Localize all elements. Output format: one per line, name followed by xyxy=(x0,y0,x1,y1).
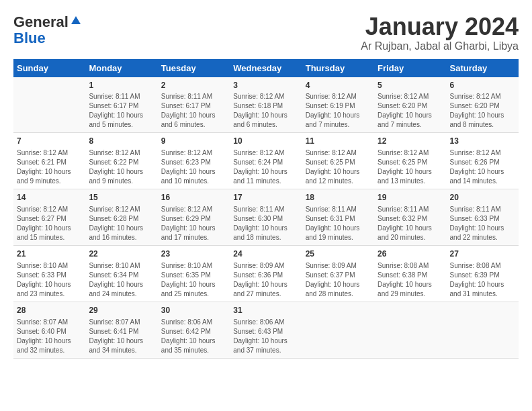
calendar-cell: 31Sunrise: 8:06 AMSunset: 6:43 PMDayligh… xyxy=(230,302,302,358)
column-header-thursday: Thursday xyxy=(302,59,374,77)
calendar-cell: 22Sunrise: 8:10 AMSunset: 6:34 PMDayligh… xyxy=(85,245,157,302)
cell-info-line: Sunset: 6:42 PM xyxy=(161,327,226,336)
calendar-cell: 18Sunrise: 8:11 AMSunset: 6:31 PMDayligh… xyxy=(302,189,374,246)
cell-info-line: Sunset: 6:33 PM xyxy=(450,214,515,224)
cell-info-line: Sunrise: 8:12 AM xyxy=(161,148,226,158)
column-header-tuesday: Tuesday xyxy=(158,59,230,77)
cell-info-line: and 9 minutes. xyxy=(89,177,154,186)
day-number: 28 xyxy=(17,305,82,316)
calendar-cell: 5Sunrise: 8:12 AMSunset: 6:20 PMDaylight… xyxy=(374,77,446,133)
cell-info-line: Daylight: 10 hours xyxy=(306,167,371,177)
cell-info-line: Daylight: 10 hours xyxy=(233,167,298,177)
cell-info-line: and 31 minutes. xyxy=(450,289,515,299)
cell-info-line: and 29 minutes. xyxy=(378,289,443,299)
cell-info-line: Sunrise: 8:07 AM xyxy=(17,318,82,327)
cell-info-line: Sunrise: 8:07 AM xyxy=(89,318,154,327)
cell-info-line: Sunset: 6:30 PM xyxy=(233,214,298,224)
calendar-cell: 7Sunrise: 8:12 AMSunset: 6:21 PMDaylight… xyxy=(13,133,85,189)
cell-info-line: and 13 minutes. xyxy=(378,177,443,186)
cell-info-line: and 24 minutes. xyxy=(89,289,154,299)
cell-info-line: Sunrise: 8:11 AM xyxy=(89,92,154,101)
day-number: 12 xyxy=(378,136,443,147)
cell-info-line: and 17 minutes. xyxy=(161,233,226,242)
calendar-cell xyxy=(447,302,519,358)
cell-info-line: Sunset: 6:29 PM xyxy=(161,214,226,224)
day-number: 9 xyxy=(161,136,226,147)
day-number: 5 xyxy=(378,80,443,91)
title-block: January 2024 Ar Rujban, Jabal al Gharbi,… xyxy=(361,13,519,52)
cell-info-line: Sunrise: 8:12 AM xyxy=(233,148,298,158)
cell-info-line: Sunrise: 8:11 AM xyxy=(450,205,515,214)
cell-info-line: Sunrise: 8:12 AM xyxy=(450,148,515,158)
cell-info-line: Daylight: 10 hours xyxy=(161,280,226,289)
cell-info-line: Sunset: 6:22 PM xyxy=(89,158,154,167)
calendar-cell: 23Sunrise: 8:10 AMSunset: 6:35 PMDayligh… xyxy=(158,245,230,302)
cell-info-line: Sunset: 6:25 PM xyxy=(306,158,371,167)
cell-info-line: Sunset: 6:36 PM xyxy=(233,271,298,280)
cell-info-line: Sunrise: 8:12 AM xyxy=(89,148,154,158)
cell-info-line: Daylight: 10 hours xyxy=(17,336,82,346)
cell-info-line: Daylight: 10 hours xyxy=(89,167,154,177)
cell-info-line: Daylight: 10 hours xyxy=(89,336,154,346)
calendar-cell: 11Sunrise: 8:12 AMSunset: 6:25 PMDayligh… xyxy=(302,133,374,189)
cell-info-line: Sunset: 6:25 PM xyxy=(378,158,443,167)
cell-info-line: Sunrise: 8:12 AM xyxy=(450,92,515,101)
cell-info-line: Sunset: 6:43 PM xyxy=(233,327,298,336)
cell-info-line: Sunset: 6:28 PM xyxy=(89,214,154,224)
cell-info-line: Sunrise: 8:12 AM xyxy=(161,205,226,214)
day-number: 25 xyxy=(306,248,371,260)
day-number: 8 xyxy=(89,136,154,147)
cell-info-line: and 10 minutes. xyxy=(161,177,226,186)
cell-info-line: Daylight: 10 hours xyxy=(306,224,371,233)
calendar-week-row: 7Sunrise: 8:12 AMSunset: 6:21 PMDaylight… xyxy=(13,133,519,189)
calendar-cell: 28Sunrise: 8:07 AMSunset: 6:40 PMDayligh… xyxy=(13,302,85,358)
cell-info-line: Sunset: 6:23 PM xyxy=(161,158,226,167)
calendar-cell xyxy=(302,302,374,358)
cell-info-line: Sunset: 6:40 PM xyxy=(17,327,82,336)
cell-info-line: Daylight: 10 hours xyxy=(233,280,298,289)
cell-info-line: and 28 minutes. xyxy=(306,289,371,299)
column-header-monday: Monday xyxy=(85,59,157,77)
cell-info-line: Daylight: 10 hours xyxy=(89,224,154,233)
calendar-cell: 1Sunrise: 8:11 AMSunset: 6:17 PMDaylight… xyxy=(85,77,157,133)
day-number: 24 xyxy=(233,248,298,260)
cell-info-line: Sunrise: 8:11 AM xyxy=(378,205,443,214)
cell-info-line: Sunrise: 8:10 AM xyxy=(161,261,226,271)
cell-info-line: Daylight: 10 hours xyxy=(161,111,226,120)
day-number: 19 xyxy=(378,192,443,203)
svg-marker-0 xyxy=(71,16,81,24)
cell-info-line: Sunset: 6:21 PM xyxy=(17,158,82,167)
cell-info-line: Sunrise: 8:12 AM xyxy=(378,148,443,158)
day-number: 30 xyxy=(161,305,226,316)
calendar-week-row: 1Sunrise: 8:11 AMSunset: 6:17 PMDaylight… xyxy=(13,77,519,133)
cell-info-line: and 35 minutes. xyxy=(161,346,226,355)
calendar-cell: 3Sunrise: 8:12 AMSunset: 6:18 PMDaylight… xyxy=(230,77,302,133)
cell-info-line: and 7 minutes. xyxy=(306,120,371,130)
calendar-cell: 17Sunrise: 8:11 AMSunset: 6:30 PMDayligh… xyxy=(230,189,302,246)
cell-info-line: and 37 minutes. xyxy=(233,346,298,355)
cell-info-line: Sunset: 6:20 PM xyxy=(378,101,443,111)
day-number: 22 xyxy=(89,248,154,260)
cell-info-line: Daylight: 10 hours xyxy=(17,167,82,177)
cell-info-line: Daylight: 10 hours xyxy=(378,111,443,120)
cell-info-line: Sunrise: 8:12 AM xyxy=(378,92,443,101)
calendar-cell: 27Sunrise: 8:08 AMSunset: 6:39 PMDayligh… xyxy=(447,245,519,302)
cell-info-line: Sunrise: 8:10 AM xyxy=(17,261,82,271)
day-number: 1 xyxy=(89,80,154,91)
calendar-cell: 29Sunrise: 8:07 AMSunset: 6:41 PMDayligh… xyxy=(85,302,157,358)
calendar-cell: 20Sunrise: 8:11 AMSunset: 6:33 PMDayligh… xyxy=(447,189,519,246)
cell-info-line: Daylight: 10 hours xyxy=(17,280,82,289)
cell-info-line: Daylight: 10 hours xyxy=(233,224,298,233)
cell-info-line: Daylight: 10 hours xyxy=(306,280,371,289)
cell-info-line: and 5 minutes. xyxy=(89,120,154,130)
calendar-week-row: 28Sunrise: 8:07 AMSunset: 6:40 PMDayligh… xyxy=(13,302,519,358)
day-number: 4 xyxy=(306,80,371,91)
calendar-cell: 8Sunrise: 8:12 AMSunset: 6:22 PMDaylight… xyxy=(85,133,157,189)
cell-info-line: and 7 minutes. xyxy=(378,120,443,130)
calendar-week-row: 21Sunrise: 8:10 AMSunset: 6:33 PMDayligh… xyxy=(13,245,519,302)
day-number: 29 xyxy=(89,305,154,316)
cell-info-line: Daylight: 10 hours xyxy=(450,224,515,233)
calendar-cell: 4Sunrise: 8:12 AMSunset: 6:19 PMDaylight… xyxy=(302,77,374,133)
cell-info-line: Sunrise: 8:12 AM xyxy=(17,148,82,158)
cell-info-line: Daylight: 10 hours xyxy=(306,111,371,120)
